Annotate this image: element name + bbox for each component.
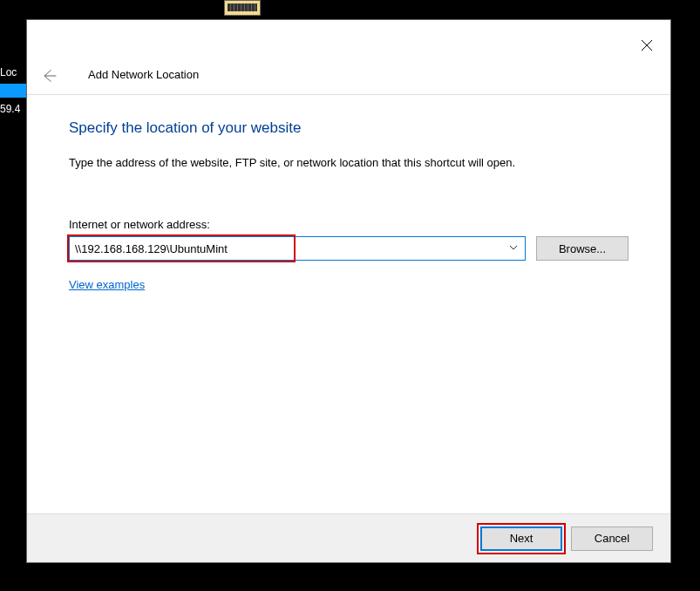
add-network-location-dialog: Add Network Location Specify the locatio… (26, 19, 671, 563)
dialog-title: Add Network Location (88, 68, 199, 81)
close-button[interactable] (635, 34, 658, 57)
address-field-row: Browse... (69, 236, 629, 261)
tutorial-highlight-next: Next (480, 526, 562, 551)
address-input[interactable] (69, 236, 526, 261)
folder-icon (224, 0, 261, 16)
next-button[interactable]: Next (480, 526, 562, 551)
page-heading: Specify the location of your website (69, 119, 629, 137)
cancel-button[interactable]: Cancel (571, 526, 653, 551)
address-field-label: Internet or network address: (69, 218, 629, 231)
view-examples-link[interactable]: View examples (69, 278, 145, 291)
page-description: Type the address of the website, FTP sit… (69, 156, 629, 169)
selected-drive-indicator (0, 84, 26, 98)
dialog-body: Specify the location of your website Typ… (27, 95, 670, 513)
address-combo-wrap (69, 236, 526, 261)
side-label-bottom: 59.4 (0, 101, 26, 117)
dialog-footer: Next Cancel (27, 513, 670, 562)
back-arrow-icon (40, 67, 58, 85)
close-icon (641, 39, 653, 51)
browse-button[interactable]: Browse... (536, 236, 629, 261)
desktop-side-text: Loc 59.4 (0, 65, 26, 117)
back-button[interactable] (37, 67, 60, 85)
side-label-top: Loc (0, 65, 26, 80)
dialog-header: Add Network Location (27, 20, 670, 95)
